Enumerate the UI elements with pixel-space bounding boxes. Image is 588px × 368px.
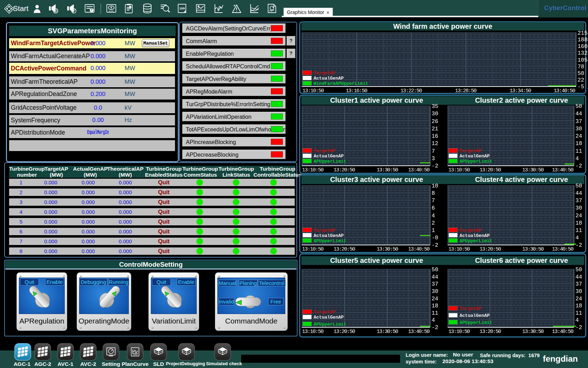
svg-text:13:40:50: 13:40:50 [408, 329, 430, 335]
svg-text:-2: -2 [575, 242, 582, 248]
svg-text:13:10:50: 13:10:50 [448, 246, 470, 252]
svg-text:30: 30 [575, 126, 582, 132]
svg-text:13:30:50: 13:30:50 [522, 329, 544, 335]
svg-text:50: 50 [578, 70, 584, 77]
svg-text:TargetAP: TargetAP [314, 228, 336, 233]
svg-text:44: 44 [575, 190, 582, 197]
svg-text:13:10:50: 13:10:50 [302, 246, 324, 252]
svg-text:13:22:50: 13:22:50 [400, 88, 422, 94]
svg-text:13:30:50: 13:30:50 [377, 329, 398, 335]
svg-text:44: 44 [432, 274, 438, 280]
svg-text:13:20:50: 13:20:50 [479, 329, 501, 335]
svg-text:-5: -5 [578, 84, 584, 90]
svg-text:24: 24 [575, 296, 582, 302]
svg-text:37: 37 [432, 281, 438, 287]
svg-text:13:20:50: 13:20:50 [334, 329, 355, 335]
svg-text:-2: -2 [575, 325, 582, 331]
svg-text:4: 4 [432, 213, 435, 219]
svg-text:215: 215 [578, 30, 588, 36]
svg-text:ActualGenAP: ActualGenAP [460, 233, 490, 238]
svg-text:-2: -2 [432, 163, 438, 169]
svg-text:18: 18 [575, 303, 582, 309]
svg-text:APUpperLimit: APUpperLimit [314, 322, 346, 327]
svg-text:13:30:50: 13:30:50 [377, 246, 398, 252]
svg-text:13:20:50: 13:20:50 [479, 246, 501, 252]
svg-text:4: 4 [575, 235, 579, 241]
svg-text:13:10:50: 13:10:50 [448, 167, 470, 173]
svg-text:18: 18 [575, 220, 582, 226]
svg-text:30: 30 [432, 111, 438, 117]
svg-text:37: 37 [575, 281, 582, 287]
svg-text:13:40:50: 13:40:50 [554, 88, 575, 94]
svg-text:TargetAP: TargetAP [314, 148, 336, 154]
svg-text:ActualGenAP: ActualGenAP [460, 154, 490, 159]
svg-text:13:30:50: 13:30:50 [522, 246, 544, 252]
svg-text:7: 7 [432, 198, 435, 204]
svg-text:ActualGenAP: ActualGenAP [314, 315, 344, 320]
svg-text:26: 26 [432, 118, 438, 125]
svg-text:44: 44 [575, 111, 582, 117]
svg-text:ActualGenAP: ActualGenAP [314, 154, 344, 159]
svg-text:11: 11 [575, 227, 582, 234]
svg-text:13:10:50: 13:10:50 [302, 167, 324, 173]
svg-text:16: 16 [432, 133, 438, 139]
svg-text:18: 18 [575, 141, 582, 147]
svg-text:13:40:50: 13:40:50 [408, 167, 430, 173]
svg-text:APUpperLimit: APUpperLimit [460, 159, 492, 164]
svg-text:7: 7 [432, 148, 435, 155]
svg-text:24: 24 [575, 213, 582, 219]
svg-text:12: 12 [432, 141, 438, 147]
svg-text:ActualGenAP: ActualGenAP [460, 313, 490, 318]
svg-text:13:34:50: 13:34:50 [510, 88, 531, 94]
svg-text:24: 24 [432, 296, 438, 302]
svg-text:TargetAP: TargetAP [460, 228, 482, 233]
svg-text:18: 18 [432, 303, 438, 309]
svg-text:50: 50 [575, 267, 582, 273]
svg-text:13:20:50: 13:20:50 [479, 167, 501, 173]
svg-text:30: 30 [575, 288, 582, 295]
svg-text:30: 30 [575, 205, 582, 211]
svg-text:13:10:50: 13:10:50 [302, 329, 324, 335]
svg-text:21: 21 [432, 126, 438, 132]
svg-text:13:40:50: 13:40:50 [552, 246, 574, 252]
svg-text:160: 160 [578, 43, 588, 50]
svg-text:105: 105 [578, 57, 588, 63]
svg-text:13:10:50: 13:10:50 [302, 88, 324, 94]
svg-text:4: 4 [575, 317, 579, 323]
svg-text:13:20:50: 13:20:50 [334, 167, 355, 173]
svg-text:8: 8 [432, 190, 435, 197]
svg-text:4: 4 [575, 156, 579, 162]
svg-text:TargetAP: TargetAP [460, 148, 482, 154]
svg-text:50: 50 [575, 183, 582, 189]
svg-text:APUpperLimit: APUpperLimit [314, 159, 346, 164]
svg-text:22: 22 [578, 77, 584, 83]
svg-text:3: 3 [432, 156, 435, 162]
svg-text:50: 50 [432, 267, 438, 273]
svg-text:TargetAP: TargetAP [460, 306, 482, 311]
svg-text:13:40:50: 13:40:50 [552, 329, 574, 335]
svg-text:132: 132 [578, 50, 588, 56]
svg-text:-2: -2 [432, 325, 438, 331]
svg-text:-0: -0 [432, 235, 438, 241]
svg-text:13:20:50: 13:20:50 [334, 246, 355, 252]
svg-text:13:30:50: 13:30:50 [377, 167, 398, 173]
svg-text:4: 4 [432, 317, 435, 323]
svg-text:13:28:50: 13:28:50 [455, 88, 477, 94]
svg-text:11: 11 [575, 310, 582, 316]
svg-text:78: 78 [578, 64, 584, 70]
svg-text:APUpperLimit: APUpperLimit [460, 320, 492, 325]
svg-text:10: 10 [432, 183, 438, 189]
svg-text:TargetAP: TargetAP [314, 309, 336, 315]
svg-text:30: 30 [432, 288, 438, 295]
svg-text:11: 11 [575, 148, 582, 155]
svg-text:13:30:50: 13:30:50 [522, 167, 544, 173]
svg-text:13:40:50: 13:40:50 [552, 167, 574, 173]
svg-text:TargetAP: TargetAP [314, 70, 336, 76]
svg-text:35: 35 [432, 103, 438, 110]
svg-text:11: 11 [432, 310, 438, 316]
svg-text:6: 6 [432, 205, 435, 211]
svg-text:50: 50 [575, 103, 582, 110]
svg-text:37: 37 [575, 198, 582, 204]
svg-text:13:10:50: 13:10:50 [448, 329, 470, 335]
svg-text:ActualGenAP: ActualGenAP [314, 76, 344, 81]
